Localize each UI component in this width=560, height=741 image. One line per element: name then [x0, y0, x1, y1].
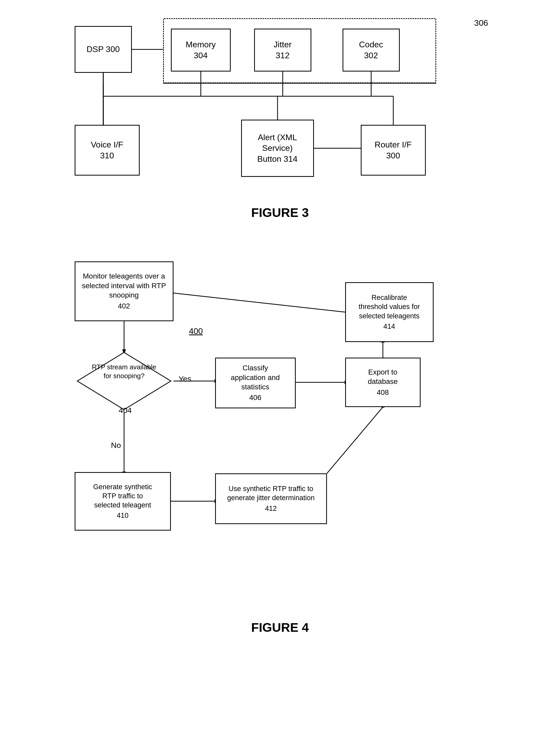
recalibrate-num: 414 [383, 322, 395, 331]
router-line2: 300 [386, 150, 400, 161]
monitor-num: 402 [118, 301, 130, 311]
memory-line2: 304 [194, 50, 208, 61]
alert-box: Alert (XML Service) Button 314 [241, 120, 314, 177]
generate-line2: RTP traffic to [102, 491, 143, 501]
rtp-diamond-container: RTP stream available for snooping? 404 [75, 350, 173, 412]
recalibrate-line1: Recalibrate [371, 293, 407, 302]
alert-line2: Service) [262, 143, 293, 154]
diamond-num: 404 [119, 406, 132, 415]
monitor-line2: selected interval with RTP [82, 281, 166, 290]
export-box: Export to database 408 [345, 358, 421, 407]
dsp-box: DSP 300 [75, 26, 132, 73]
classify-box: Classify application and statistics 406 [215, 358, 296, 408]
generate-line1: Generate synthetic [93, 482, 152, 491]
figure3-container: DSP 300 306 Memory 304 Jitter 312 Codec … [21, 16, 539, 235]
generate-box: Generate synthetic RTP traffic to select… [75, 472, 171, 531]
jitter-box: Jitter 312 [254, 28, 311, 72]
export-line1: Export to [368, 367, 397, 377]
jitter-line1: Jitter [274, 39, 292, 50]
use-synthetic-box: Use synthetic RTP traffic to generate ji… [215, 473, 327, 524]
use-synthetic-num: 412 [265, 504, 277, 513]
monitor-line3: snooping [109, 290, 139, 300]
label-400: 400 [189, 326, 203, 336]
label-306: 306 [474, 18, 488, 28]
monitor-box: Monitor teleagents over a selected inter… [75, 261, 173, 321]
export-line2: database [368, 377, 398, 386]
recalibrate-line3: selected teleagents [359, 312, 420, 321]
yes-label: Yes [179, 375, 192, 383]
memory-line1: Memory [186, 39, 216, 50]
label-400-text: 400 [189, 326, 203, 336]
alert-line1: Alert (XML [258, 132, 297, 143]
voice-box: Voice I/F 310 [75, 125, 140, 176]
svg-line-24 [158, 291, 345, 312]
codec-line2: 302 [364, 50, 378, 61]
use-synthetic-line2: generate jitter determination [227, 493, 314, 502]
export-num: 408 [377, 388, 389, 397]
classify-line3: statistics [241, 382, 269, 392]
router-box: Router I/F 300 [361, 125, 426, 176]
generate-line3: selected teleagent [94, 501, 151, 510]
diamond-svg: RTP stream available for snooping? [75, 350, 173, 412]
voice-line2: 310 [100, 150, 114, 161]
monitor-line1: Monitor teleagents over a [83, 272, 165, 281]
voice-line1: Voice I/F [91, 139, 123, 150]
figure4-container: 400 Monitor teleagents over a selected i… [21, 251, 539, 650]
codec-line1: Codec [359, 39, 383, 50]
codec-box: Codec 302 [343, 28, 400, 72]
figure4-caption: FIGURE 4 [251, 620, 309, 634]
recalibrate-box: Recalibrate threshold values for selecte… [345, 282, 434, 342]
dsp-label: DSP 300 [87, 44, 120, 55]
no-label: No [111, 441, 121, 450]
classify-line2: application and [231, 373, 280, 382]
fig4-diagram: 400 Monitor teleagents over a selected i… [59, 251, 501, 615]
classify-num: 406 [249, 393, 261, 402]
alert-line3: Button 314 [257, 154, 297, 164]
memory-box: Memory 304 [171, 28, 231, 72]
figure3-caption: FIGURE 3 [251, 205, 309, 220]
jitter-line2: 312 [276, 50, 289, 61]
use-synthetic-line1: Use synthetic RTP traffic to [229, 484, 313, 493]
svg-line-28 [327, 407, 383, 473]
generate-num: 410 [117, 511, 129, 520]
recalibrate-line2: threshold values for [359, 302, 420, 311]
fig3-diagram: DSP 300 306 Memory 304 Jitter 312 Codec … [59, 16, 501, 193]
classify-line1: Classify [242, 363, 268, 373]
router-line1: Router I/F [374, 139, 412, 150]
